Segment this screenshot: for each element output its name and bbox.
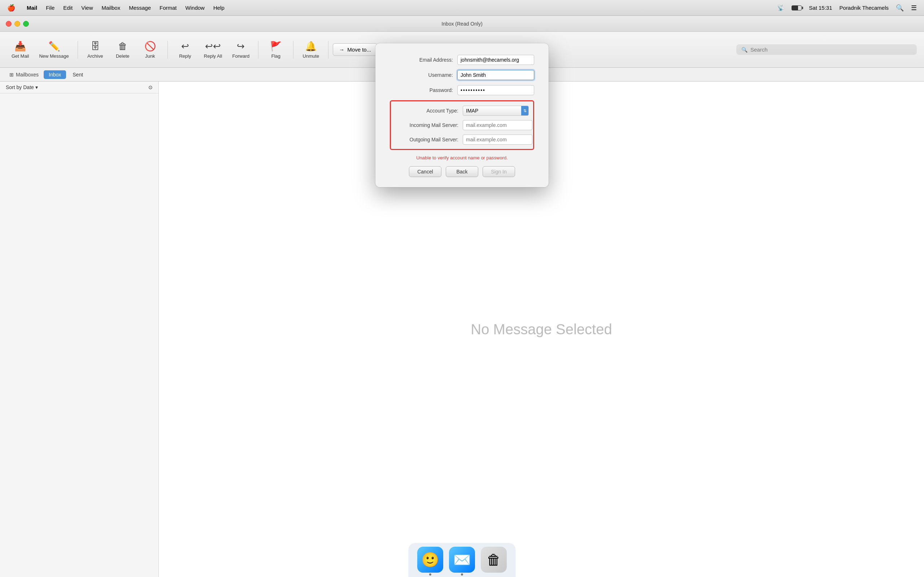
user-name: Poradnik Thecamels [840,5,888,11]
password-row: Password: [390,85,534,95]
get-mail-button[interactable]: 📥 Get Mail [7,38,33,62]
separator-1 [78,41,78,59]
junk-icon: 🚫 [144,41,156,52]
password-input[interactable] [457,85,534,95]
username-row: Username: [390,70,534,80]
move-to-button[interactable]: → Move to... [333,43,377,56]
mail-dock-icon: ✉️ [453,551,471,568]
junk-label: Junk [145,53,155,59]
dock: 🙂 ✉️ 🗑 [408,543,516,577]
notification-icon[interactable]: ☰ [911,4,917,12]
apple-menu[interactable]: 🍎 [7,4,15,12]
username-label: Username: [390,72,453,78]
incoming-mail-label: Incoming Mail Server: [395,122,459,128]
outgoing-mail-row: Outgoing Mail Server: [395,134,529,145]
flag-button[interactable]: 🚩 Flag [263,38,289,62]
reply-all-label: Reply All [204,53,222,59]
chevron-up-down-icon: ⇅ [523,108,527,113]
username-input[interactable] [457,70,534,80]
menu-window[interactable]: Window [186,5,205,11]
flag-icon: 🚩 [270,41,281,52]
mailboxes-icon: ⊞ [10,72,14,77]
sort-chevron-icon: ▾ [36,84,38,90]
trash-icon: 🗑 [486,552,501,568]
menu-mail[interactable]: Mail [27,5,37,11]
filter-icon[interactable]: ⊙ [149,84,153,90]
forward-button[interactable]: ↪ Forward [228,38,254,62]
mailboxes-tab[interactable]: ⊞ Mailboxes [6,70,42,79]
forward-label: Forward [233,53,250,59]
archive-button[interactable]: 🗄 Archive [82,38,108,62]
menu-help[interactable]: Help [213,5,225,11]
move-icon: → [339,47,344,53]
menu-message[interactable]: Message [129,5,151,11]
clock: Sat 15:31 [809,5,832,11]
sent-tab[interactable]: Sent [68,70,88,79]
new-message-icon: ✏️ [48,41,60,52]
unmute-icon: 🔔 [305,41,317,52]
email-label: Email Address: [390,57,453,63]
outgoing-mail-input[interactable] [463,134,532,145]
new-message-label: New Message [39,53,69,59]
sort-bar: Sort by Date ▾ ⊙ [0,82,158,93]
menu-mailbox[interactable]: Mailbox [102,5,120,11]
dialog-buttons: Cancel Back Sign In [390,166,534,177]
account-type-select[interactable]: IMAP ⇅ [463,106,529,116]
dock-finder[interactable]: 🙂 [417,547,443,573]
cancel-button[interactable]: Cancel [409,166,441,177]
account-type-label: Account Type: [395,108,459,114]
separator-3 [258,41,258,59]
search-input[interactable] [750,47,912,53]
separator-4 [293,41,294,59]
move-to-label: Move to... [347,47,371,53]
menu-file[interactable]: File [46,5,55,11]
menu-format[interactable]: Format [160,5,177,11]
menu-view[interactable]: View [81,5,93,11]
unmute-button[interactable]: 🔔 Unmute [298,38,324,62]
mailboxes-label: Mailboxes [16,72,39,77]
search-menubar-icon[interactable]: 🔍 [896,4,904,12]
forward-icon: ↪ [237,41,245,52]
reply-button[interactable]: ↩ Reply [172,38,198,62]
archive-icon: 🗄 [90,41,100,52]
incoming-mail-row: Incoming Mail Server: [395,120,529,130]
server-settings-section: Account Type: IMAP ⇅ Incoming Mail Serve… [390,100,534,150]
sort-by-date-label[interactable]: Sort by Date [6,84,34,90]
incoming-mail-input[interactable] [463,120,532,130]
email-row: Email Address: [390,55,534,65]
minimize-button[interactable] [15,21,20,27]
sort-bar-left: Sort by Date ▾ [6,84,38,90]
sidebar: Sort by Date ▾ ⊙ [0,82,159,577]
sign-in-button[interactable]: Sign In [483,166,515,177]
new-message-button[interactable]: ✏️ New Message [35,38,73,62]
dock-trash[interactable]: 🗑 [481,547,507,573]
email-input[interactable] [457,55,534,65]
unmute-label: Unmute [303,53,320,59]
close-button[interactable] [6,21,11,27]
back-button[interactable]: Back [446,166,478,177]
delete-button[interactable]: 🗑 Delete [110,38,136,62]
reply-label: Reply [179,53,191,59]
get-mail-label: Get Mail [11,53,29,59]
reply-all-button[interactable]: ↩↩ Reply All [200,38,227,62]
error-message: Unable to verify account name or passwor… [390,155,534,161]
search-box: 🔍 [736,44,917,55]
finder-dot [429,574,431,575]
flag-label: Flag [271,53,281,59]
window-controls [6,21,29,27]
junk-button[interactable]: 🚫 Junk [137,38,163,62]
delete-label: Delete [116,53,129,59]
window-title: Inbox (Read Only) [441,21,483,27]
dock-mail[interactable]: ✉️ [449,547,475,573]
account-type-value: IMAP [466,108,478,114]
mail-dot [461,574,463,575]
reply-all-icon: ↩↩ [205,41,221,52]
password-label: Password: [390,87,453,93]
finder-icon: 🙂 [421,551,439,568]
maximize-button[interactable] [23,21,29,27]
menu-edit[interactable]: Edit [63,5,73,11]
search-icon: 🔍 [741,47,748,53]
no-message-selected-text: No Message Selected [471,321,612,338]
inbox-tab[interactable]: Inbox [44,70,66,79]
menubar: 🍎 Mail File Edit View Mailbox Message Fo… [0,0,924,16]
